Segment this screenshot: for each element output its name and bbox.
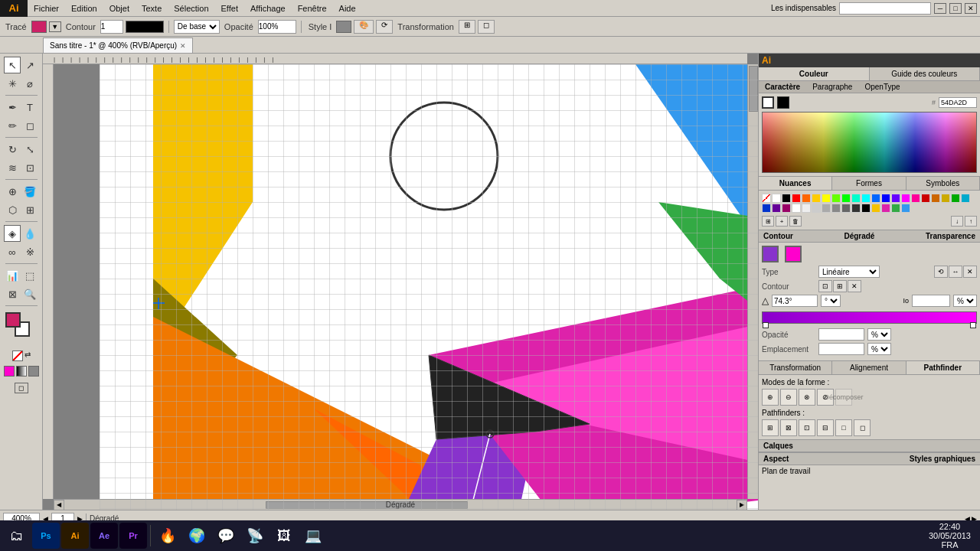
taskbar-photoshop-btn[interactable]: Ps bbox=[32, 523, 60, 549]
direct-selection-tool[interactable]: ↗ bbox=[21, 57, 38, 73]
degrade-header[interactable]: Contour Dégradé Transparence bbox=[759, 230, 980, 243]
swatch-none[interactable] bbox=[762, 194, 771, 203]
transform-button[interactable]: ⟳ bbox=[376, 20, 393, 34]
pf-trim[interactable]: ⊠ bbox=[780, 419, 797, 436]
search-input[interactable] bbox=[839, 2, 931, 15]
stroke-size-input[interactable] bbox=[100, 20, 123, 34]
taskbar-files-btn[interactable]: 🗂 bbox=[3, 523, 31, 549]
taskbar-pc-btn[interactable]: 💻 bbox=[299, 523, 327, 549]
emplacement-select[interactable]: % bbox=[867, 343, 891, 355]
swatch-darkgreen[interactable] bbox=[951, 194, 960, 203]
menu-affichage[interactable]: Affichage bbox=[244, 0, 292, 17]
slice-tool[interactable]: ⊠ bbox=[4, 285, 21, 302]
swatch-darkblue[interactable] bbox=[762, 204, 771, 213]
swatch-extra4[interactable] bbox=[901, 204, 910, 213]
tab-close-button[interactable]: ✕ bbox=[180, 42, 186, 50]
text-tool[interactable]: T bbox=[21, 99, 38, 116]
tab-symboles[interactable]: Symboles bbox=[906, 177, 980, 190]
menu-texte[interactable]: Texte bbox=[136, 0, 168, 17]
rotate-tool[interactable]: ↻ bbox=[4, 141, 21, 158]
pen-tool[interactable]: ✒ bbox=[4, 99, 21, 116]
swatch-darkred[interactable] bbox=[921, 194, 930, 203]
tab-formes[interactable]: Formes bbox=[832, 177, 906, 190]
degrade-btn2[interactable]: ↔ bbox=[949, 266, 962, 278]
swatch-lgray1[interactable] bbox=[792, 204, 801, 213]
horizontal-scrollbar[interactable]: ◀ ▶ Dégradé bbox=[54, 499, 747, 510]
color-black-swatch[interactable] bbox=[777, 96, 789, 109]
color-white-swatch[interactable] bbox=[762, 96, 774, 109]
fill-swatch[interactable] bbox=[31, 21, 47, 33]
no-fill-button[interactable] bbox=[12, 350, 23, 361]
swatch-white[interactable] bbox=[772, 194, 781, 203]
swatches-new-btn[interactable]: + bbox=[776, 216, 788, 227]
hscroll-prev-button[interactable]: ◀ bbox=[54, 500, 64, 510]
swatches-import-btn[interactable]: ↓ bbox=[951, 216, 963, 227]
color-spectrum[interactable] bbox=[762, 112, 977, 173]
symbol-tool[interactable]: ※ bbox=[21, 243, 38, 260]
emplacement-input[interactable] bbox=[818, 343, 864, 355]
scale-tool[interactable]: ⤡ bbox=[21, 141, 38, 158]
document-tab[interactable]: Sans titre - 1* @ 400% (RVB/Aperçu) ✕ bbox=[43, 37, 193, 53]
blend-tool[interactable]: ∞ bbox=[4, 243, 21, 260]
free-transform-tool[interactable]: ⊡ bbox=[21, 159, 38, 176]
tab-couleur[interactable]: Couleur bbox=[759, 67, 870, 80]
taskbar-premiere-btn[interactable]: Pr bbox=[119, 523, 147, 549]
swatch-darkorange[interactable] bbox=[931, 194, 940, 203]
opacity-value-input[interactable] bbox=[818, 328, 864, 341]
pf-decompose-btn[interactable]: Décomposer bbox=[835, 389, 852, 406]
taskbar-aftereffects-btn[interactable]: Ae bbox=[90, 523, 118, 549]
swatch-lgray2[interactable] bbox=[802, 204, 811, 213]
color-mode-button[interactable] bbox=[4, 366, 15, 377]
swatch-magenta[interactable] bbox=[901, 194, 910, 203]
eyedropper-tool[interactable]: 💧 bbox=[21, 225, 38, 242]
swatch-lime[interactable] bbox=[831, 194, 841, 203]
pf-mode-intersect[interactable]: ⊗ bbox=[799, 389, 815, 406]
normal-mode-button[interactable]: ◻ bbox=[15, 383, 28, 393]
swatches-export-btn[interactable]: ↑ bbox=[965, 216, 977, 227]
taskbar-media-btn[interactable]: 🖼 bbox=[270, 523, 298, 549]
transparence-tab[interactable]: Transparence bbox=[926, 232, 975, 240]
envelope-button[interactable]: ◻ bbox=[478, 20, 495, 34]
swatch-darkyellow[interactable] bbox=[941, 194, 950, 203]
style-swatch[interactable] bbox=[336, 21, 351, 33]
tab-alignement[interactable]: Alignement bbox=[832, 361, 906, 374]
gradient-stop-left[interactable] bbox=[763, 322, 769, 328]
swatch-darkcyan[interactable] bbox=[961, 194, 970, 203]
type-select[interactable]: Linéaire bbox=[818, 266, 880, 278]
swatch-pink[interactable] bbox=[911, 194, 920, 203]
swatch-navy[interactable] bbox=[881, 194, 890, 203]
gradient-mode-button[interactable] bbox=[16, 366, 27, 377]
pf-mode-unite[interactable]: ⊕ bbox=[762, 389, 779, 406]
tab-pathfinder[interactable]: Pathfinder bbox=[906, 361, 980, 374]
menu-selection[interactable]: Sélection bbox=[168, 0, 214, 17]
menu-effet[interactable]: Effet bbox=[215, 0, 244, 17]
shape-builder-tool[interactable]: ⊕ bbox=[4, 183, 21, 200]
contour-btn3[interactable]: ✕ bbox=[848, 280, 861, 292]
swatch-extra3[interactable] bbox=[891, 204, 900, 213]
contour-btn2[interactable]: ⊞ bbox=[833, 280, 847, 292]
vscroll-thumb[interactable] bbox=[749, 66, 758, 112]
vertical-scrollbar[interactable] bbox=[747, 64, 758, 499]
swatch-extra1[interactable] bbox=[871, 204, 880, 213]
selection-tool[interactable]: ↖ bbox=[4, 57, 21, 73]
warp-tool[interactable]: ≋ bbox=[4, 159, 21, 176]
menu-fichier[interactable]: Fichier bbox=[28, 0, 65, 17]
opacity-input[interactable] bbox=[258, 20, 296, 34]
tab-nuances[interactable]: Nuances bbox=[759, 177, 832, 190]
gradient-bar[interactable] bbox=[762, 311, 977, 324]
close-button[interactable]: ✕ bbox=[965, 3, 977, 14]
zoom-tool[interactable]: 🔍 bbox=[21, 285, 38, 302]
swatch-darkpurple[interactable] bbox=[772, 204, 781, 213]
paragraphe-panel-title[interactable]: Paragraphe bbox=[806, 81, 858, 93]
swatch-red[interactable] bbox=[792, 194, 801, 203]
swatch-yellow2[interactable] bbox=[822, 194, 831, 203]
degrade-btn3[interactable]: ✕ bbox=[963, 266, 977, 278]
swatch-purple[interactable] bbox=[891, 194, 900, 203]
ratio-select[interactable]: % bbox=[953, 295, 977, 307]
swatch-green[interactable] bbox=[841, 194, 851, 203]
hscroll-thumb[interactable] bbox=[266, 501, 467, 509]
mesh-tool[interactable]: ⊞ bbox=[21, 201, 38, 218]
swatch-darkmagenta[interactable] bbox=[782, 204, 791, 213]
degrade-swatch1[interactable] bbox=[762, 246, 779, 262]
swatch-mgray1[interactable] bbox=[822, 204, 831, 213]
